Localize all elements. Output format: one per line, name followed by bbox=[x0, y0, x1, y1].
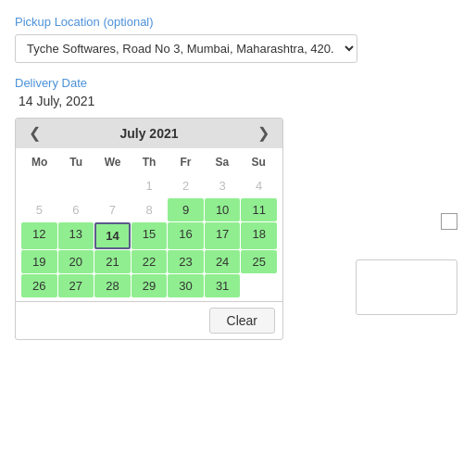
weekday-cell: We bbox=[94, 152, 131, 172]
calendar-day[interactable]: 29 bbox=[132, 274, 168, 297]
calendar-day bbox=[58, 174, 94, 197]
calendar-day[interactable]: 2 bbox=[168, 174, 204, 197]
calendar-day[interactable]: 14 bbox=[94, 222, 131, 249]
calendar-day[interactable]: 18 bbox=[241, 222, 277, 249]
calendar-day[interactable]: 21 bbox=[94, 250, 131, 273]
weekday-cell: Th bbox=[131, 152, 167, 172]
calendar-day[interactable]: 26 bbox=[21, 274, 57, 297]
calendar-day[interactable]: 27 bbox=[58, 274, 94, 297]
calendar-day[interactable]: 11 bbox=[241, 198, 277, 221]
calendar-day[interactable]: 13 bbox=[58, 222, 94, 249]
delivery-section: Delivery Date 14 July, 2021 bbox=[15, 76, 461, 108]
calendar-month-title: July 2021 bbox=[119, 126, 178, 141]
calendar-day bbox=[94, 174, 131, 197]
prev-month-button[interactable]: ❮ bbox=[25, 126, 44, 141]
calendar-day[interactable]: 8 bbox=[132, 198, 168, 221]
weekday-cell: Tu bbox=[57, 152, 94, 172]
calendar-day bbox=[21, 174, 57, 197]
calendar-day[interactable]: 31 bbox=[205, 274, 241, 297]
calendar-day[interactable]: 28 bbox=[94, 274, 131, 297]
calendar-day[interactable]: 10 bbox=[205, 198, 241, 221]
calendar-day[interactable]: 5 bbox=[21, 198, 57, 221]
calendar-day[interactable]: 25 bbox=[241, 250, 277, 273]
checkbox[interactable] bbox=[441, 213, 457, 230]
selected-date-display: 14 July, 2021 bbox=[15, 94, 461, 108]
calendar-day[interactable]: 4 bbox=[241, 174, 277, 197]
calendar-day[interactable]: 15 bbox=[132, 222, 168, 249]
calendar-header: ❮ July 2021 ❯ bbox=[16, 119, 282, 148]
calendar-day[interactable]: 19 bbox=[21, 250, 57, 273]
calendar-day[interactable]: 1 bbox=[132, 174, 168, 197]
next-month-button[interactable]: ❯ bbox=[254, 126, 273, 141]
calendar-day[interactable]: 23 bbox=[168, 250, 204, 273]
calendar-grid: MoTuWeThFrSaSu 1234567891011121314151617… bbox=[16, 148, 282, 301]
calendar-day[interactable]: 16 bbox=[168, 222, 204, 249]
calendar-day[interactable]: 7 bbox=[94, 198, 131, 221]
pickup-section: Pickup Location (optional) Tyche Softwar… bbox=[15, 15, 461, 76]
calendar: ❮ July 2021 ❯ MoTuWeThFrSaSu 12345678910… bbox=[15, 118, 283, 340]
pickup-label: Pickup Location (optional) bbox=[15, 15, 461, 29]
note-textarea[interactable]: r delivery. bbox=[356, 259, 457, 315]
calendar-weekdays: MoTuWeThFrSaSu bbox=[21, 152, 277, 172]
calendar-day[interactable]: 9 bbox=[168, 198, 204, 221]
weekday-cell: Mo bbox=[21, 152, 57, 172]
calendar-day[interactable]: 30 bbox=[168, 274, 204, 297]
calendar-day[interactable]: 20 bbox=[58, 250, 94, 273]
pickup-select[interactable]: Tyche Softwares, Road No 3, Mumbai, Maha… bbox=[15, 34, 357, 63]
calendar-days: 1234567891011121314151617181920212223242… bbox=[21, 174, 277, 297]
calendar-day[interactable]: 6 bbox=[58, 198, 94, 221]
calendar-day[interactable]: 22 bbox=[132, 250, 168, 273]
clear-button[interactable]: Clear bbox=[209, 308, 275, 334]
weekday-cell: Fr bbox=[168, 152, 204, 172]
delivery-date-label: Delivery Date bbox=[15, 76, 461, 90]
weekday-cell: Su bbox=[241, 152, 277, 172]
calendar-day bbox=[241, 274, 277, 297]
weekday-cell: Sa bbox=[204, 152, 240, 172]
calendar-day[interactable]: 24 bbox=[205, 250, 241, 273]
calendar-footer: Clear bbox=[16, 301, 282, 339]
calendar-day[interactable]: 3 bbox=[205, 174, 241, 197]
calendar-day[interactable]: 17 bbox=[205, 222, 241, 249]
calendar-day[interactable]: 12 bbox=[21, 222, 57, 249]
